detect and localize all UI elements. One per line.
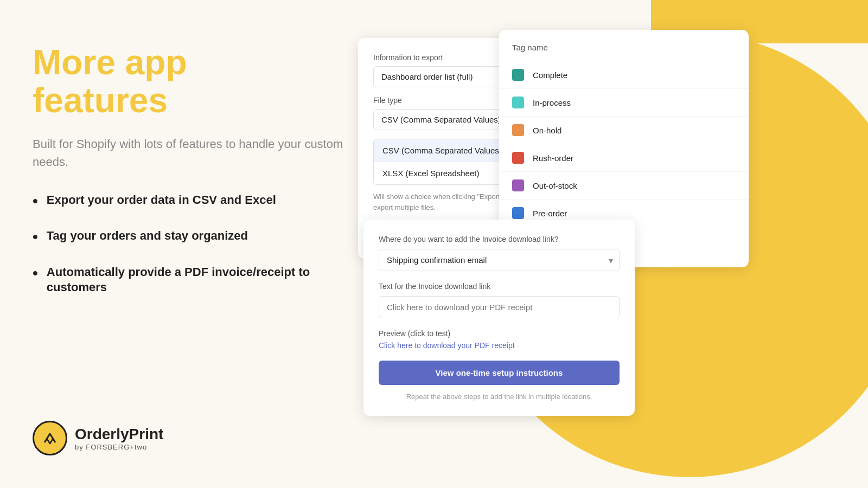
tag-label-complete: Complete	[533, 70, 567, 80]
logo-text: OrderlyPrint by FORSBERG+two	[75, 426, 163, 451]
preview-label: Preview (click to test)	[379, 329, 620, 338]
tag-dot-preorder	[512, 207, 524, 219]
feature-item-1: Export your order data in CSV and Excel	[33, 192, 347, 211]
tag-row-outofstock[interactable]: Out-of-stock	[499, 172, 749, 200]
setup-btn[interactable]: View one-time setup instructions	[379, 361, 620, 385]
tag-label-onhold: On-hold	[533, 126, 561, 135]
tag-label-inprocess: In-process	[533, 98, 571, 107]
right-panel: Information to export File type CSV (Com…	[358, 0, 846, 488]
where-label: Where do you want to add the Invoice dow…	[379, 235, 620, 243]
repeat-hint: Repeat the above steps to add the link i…	[379, 393, 620, 401]
tag-dot-rush	[512, 152, 524, 164]
tag-row-inprocess[interactable]: In-process	[499, 89, 749, 117]
logo-name: OrderlyPrint	[75, 426, 163, 443]
tag-row-rush[interactable]: Rush-order	[499, 144, 749, 172]
features-list: Export your order data in CSV and Excel …	[33, 192, 347, 296]
text-label: Text for the Invoice download link	[379, 282, 620, 291]
logo-icon	[33, 421, 67, 455]
tag-card-title: Tag name	[499, 43, 749, 61]
tag-dot-onhold	[512, 124, 524, 136]
tag-dot-complete	[512, 69, 524, 81]
tag-dot-outofstock	[512, 179, 524, 191]
where-select[interactable]: Shipping confirmation email	[379, 249, 620, 271]
invoice-card: Where do you want to add the Invoice dow…	[363, 220, 635, 416]
tag-label-preorder: Pre-order	[533, 209, 567, 218]
feature-item-3: Automatically provide a PDF invoice/rece…	[33, 265, 347, 296]
main-title: More app features	[33, 43, 347, 120]
tag-dot-inprocess	[512, 97, 524, 108]
tag-label-rush: Rush-order	[533, 153, 573, 163]
left-panel: More app features Built for Shopify with…	[33, 43, 347, 313]
text-input[interactable]	[379, 296, 620, 318]
preview-link[interactable]: Click here to download your PDF receipt	[379, 341, 620, 350]
tag-row-onhold[interactable]: On-hold	[499, 117, 749, 144]
logo-sub: by FORSBERG+two	[75, 443, 163, 451]
where-select-wrapper[interactable]: Shipping confirmation email ▾	[379, 249, 620, 271]
tag-row-complete[interactable]: Complete	[499, 61, 749, 89]
subtitle: Built for Shopify with lots of features …	[33, 135, 347, 171]
logo-area: OrderlyPrint by FORSBERG+two	[33, 421, 163, 455]
tag-label-outofstock: Out-of-stock	[533, 181, 577, 190]
feature-item-2: Tag your orders and stay organized	[33, 228, 347, 247]
